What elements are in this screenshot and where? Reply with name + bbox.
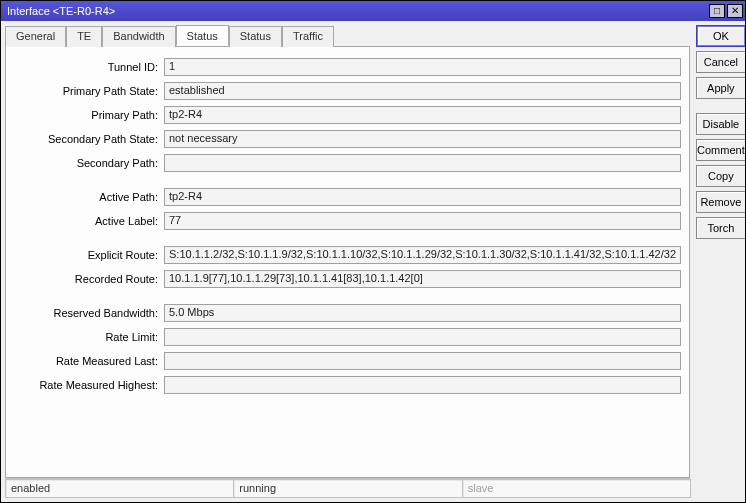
status-panel: Tunnel ID: 1 Primary Path State: establi… — [5, 47, 690, 478]
secondary-state-label: Secondary Path State: — [14, 133, 164, 145]
primary-state-value: established — [164, 82, 681, 100]
torch-button[interactable]: Torch — [696, 217, 746, 239]
primary-state-label: Primary Path State: — [14, 85, 164, 97]
status-slave: slave — [462, 479, 691, 498]
close-icon[interactable]: ✕ — [727, 4, 743, 18]
primary-path-value: tp2-R4 — [164, 106, 681, 124]
explicit-route-label: Explicit Route: — [14, 249, 164, 261]
tab-general[interactable]: General — [5, 26, 66, 47]
disable-button[interactable]: Disable — [696, 113, 746, 135]
rate-meas-last-value — [164, 352, 681, 370]
recorded-route-value: 10.1.1.9[77],10.1.1.29[73],10.1.1.41[83]… — [164, 270, 681, 288]
tunnel-id-label: Tunnel ID: — [14, 61, 164, 73]
active-path-value: tp2-R4 — [164, 188, 681, 206]
status-enabled: enabled — [5, 479, 234, 498]
tab-traffic[interactable]: Traffic — [282, 26, 334, 47]
tab-te[interactable]: TE — [66, 26, 102, 47]
button-column: OK Cancel Apply Disable Comment Copy Rem… — [696, 25, 746, 498]
tab-status-2[interactable]: Status — [229, 26, 282, 47]
secondary-state-value: not necessary — [164, 130, 681, 148]
remove-button[interactable]: Remove — [696, 191, 746, 213]
recorded-route-label: Recorded Route: — [14, 273, 164, 285]
dialog-body: General TE Bandwidth Status Status Traff… — [1, 21, 745, 502]
secondary-path-value — [164, 154, 681, 172]
active-label-label: Active Label: — [14, 215, 164, 227]
tab-strip: General TE Bandwidth Status Status Traff… — [5, 25, 690, 47]
cancel-button[interactable]: Cancel — [696, 51, 746, 73]
reserved-bw-value: 5.0 Mbps — [164, 304, 681, 322]
rate-meas-high-label: Rate Measured Highest: — [14, 379, 164, 391]
comment-button[interactable]: Comment — [696, 139, 746, 161]
rate-limit-label: Rate Limit: — [14, 331, 164, 343]
ok-button[interactable]: OK — [696, 25, 746, 47]
rate-meas-last-label: Rate Measured Last: — [14, 355, 164, 367]
tab-status[interactable]: Status — [176, 25, 229, 46]
unpin-icon[interactable]: □ — [709, 4, 725, 18]
rate-meas-high-value — [164, 376, 681, 394]
left-column: General TE Bandwidth Status Status Traff… — [5, 25, 690, 498]
copy-button[interactable]: Copy — [696, 165, 746, 187]
status-running: running — [233, 479, 462, 498]
tab-bandwidth[interactable]: Bandwidth — [102, 26, 175, 47]
rate-limit-value — [164, 328, 681, 346]
active-label-value: 77 — [164, 212, 681, 230]
title-bar: Interface <TE-R0-R4> □ ✕ — [1, 1, 745, 21]
primary-path-label: Primary Path: — [14, 109, 164, 121]
explicit-route-value: S:10.1.1.2/32,S:10.1.1.9/32,S:10.1.1.10/… — [164, 246, 681, 264]
secondary-path-label: Secondary Path: — [14, 157, 164, 169]
status-bar: enabled running slave — [5, 478, 690, 498]
apply-button[interactable]: Apply — [696, 77, 746, 99]
reserved-bw-label: Reserved Bandwidth: — [14, 307, 164, 319]
tunnel-id-value: 1 — [164, 58, 681, 76]
window-title: Interface <TE-R0-R4> — [7, 5, 707, 17]
active-path-label: Active Path: — [14, 191, 164, 203]
